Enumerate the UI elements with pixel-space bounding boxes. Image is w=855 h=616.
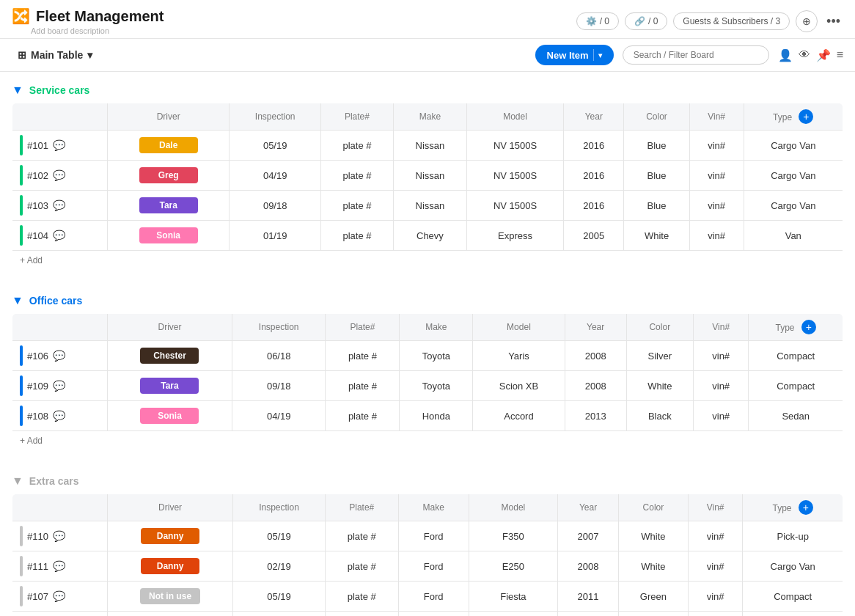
office-cars-toggle[interactable]: ▼: [12, 294, 23, 307]
table-row: #111 💬 Danny 02/19 plate # Ford E250 200…: [12, 551, 843, 582]
comment-icon[interactable]: 💬: [53, 350, 65, 362]
table-row: #102 💬 Greg 04/19 plate # Nissan NV 1500…: [12, 161, 843, 191]
main-table-button[interactable]: ⊞ Main Table ▾: [12, 46, 98, 64]
col-year-service: Year: [564, 103, 624, 131]
year-cell: 2013: [565, 401, 626, 431]
color-bar: [20, 195, 23, 216]
color-bar: [20, 586, 23, 606]
driver-cell[interactable]: Not in use: [108, 612, 233, 617]
type-cell: Compact: [749, 341, 843, 371]
driver-cell[interactable]: Tara: [108, 371, 232, 401]
driver-cell[interactable]: Not in use: [108, 582, 233, 612]
make-cell: Ford: [398, 612, 469, 617]
person-icon[interactable]: 👤: [778, 48, 793, 62]
driver-cell[interactable]: Dale: [108, 131, 230, 161]
comment-icon[interactable]: 💬: [53, 530, 65, 542]
make-cell: Honda: [400, 401, 473, 431]
color-bar: [20, 526, 23, 546]
model-cell: NV 1500S: [466, 161, 563, 191]
comment-icon[interactable]: 💬: [53, 590, 65, 602]
invite-button[interactable]: ⊕: [796, 10, 818, 32]
comment-icon[interactable]: 💬: [53, 139, 65, 151]
new-item-button[interactable]: New Item ▾: [535, 45, 614, 65]
comment-icon[interactable]: 💬: [53, 199, 65, 211]
integrations-button[interactable]: 🔗 / 0: [625, 12, 667, 30]
model-cell: Accord: [473, 401, 565, 431]
guests-button[interactable]: Guests & Subscribers / 3: [673, 12, 790, 30]
pin-icon[interactable]: 📌: [816, 48, 831, 62]
comment-icon[interactable]: 💬: [53, 169, 65, 181]
extra-cars-header-row: Driver Inspection Plate# Make Model Year…: [12, 494, 843, 521]
eye-icon[interactable]: 👁: [799, 48, 810, 62]
plate-cell: plate #: [325, 612, 398, 617]
app-title: 🔀 Fleet Management: [12, 7, 576, 25]
row-id-cell: #112 💬: [12, 612, 108, 617]
type-cell: Cargo Van: [743, 551, 843, 582]
add-col-office[interactable]: +: [801, 320, 816, 334]
inspection-cell: 12/17: [233, 612, 326, 617]
inspection-cell: 04/19: [232, 401, 325, 431]
col-type-extra: Type +: [743, 494, 843, 521]
inspection-cell: 05/19: [230, 131, 321, 161]
search-input[interactable]: [623, 45, 769, 65]
col-year-office: Year: [565, 314, 626, 341]
comment-icon[interactable]: 💬: [53, 380, 65, 392]
driver-cell[interactable]: Chester: [108, 341, 232, 371]
model-cell: Fiesta: [469, 582, 557, 612]
row-id-cell: #102 💬: [12, 161, 108, 191]
service-cars-title[interactable]: Service cars: [29, 84, 90, 96]
driver-cell[interactable]: Greg: [108, 161, 230, 191]
toolbar-icon-group: 👤 👁 📌 ≡: [778, 48, 843, 62]
color-bar: [20, 135, 23, 155]
add-col-service[interactable]: +: [799, 109, 813, 124]
make-cell: Ford: [398, 582, 469, 612]
vin-cell: vin#: [689, 131, 744, 161]
driver-cell[interactable]: Sonia: [108, 401, 232, 431]
add-item-cell[interactable]: + Add: [12, 251, 843, 271]
col-type-office: Type +: [749, 314, 843, 341]
group-office-cars: ▼ Office cars Driver Inspection Plate# M…: [12, 294, 843, 451]
driver-cell[interactable]: Sonia: [108, 221, 230, 251]
model-cell: E250 SD: [469, 612, 557, 617]
driver-badge: Danny: [141, 528, 199, 544]
app-header: 🔀 Fleet Management Add board description…: [0, 0, 855, 39]
office-cars-title[interactable]: Office cars: [29, 295, 82, 307]
filter-icon[interactable]: ≡: [837, 48, 843, 62]
year-cell: 2008: [558, 551, 619, 582]
extra-cars-title[interactable]: Extra cars: [29, 475, 79, 487]
table-row: #112 💬 Not in use 12/17 plate # Ford E25…: [12, 612, 843, 617]
comment-icon[interactable]: 💬: [53, 410, 65, 422]
inspection-cell: 09/18: [230, 191, 321, 221]
type-cell: Cargo Van: [744, 161, 843, 191]
service-cars-toggle[interactable]: ▼: [12, 84, 23, 97]
make-cell: Chevy: [393, 221, 466, 251]
driver-cell[interactable]: Danny: [108, 521, 233, 551]
comment-icon[interactable]: 💬: [53, 230, 65, 241]
col-plate-extra: Plate#: [325, 494, 398, 521]
col-year-extra: Year: [558, 494, 619, 521]
group-service-cars-header: ▼ Service cars: [12, 84, 843, 97]
col-inspection-extra: Inspection: [233, 494, 326, 521]
row-id-cell: #111 💬: [12, 551, 108, 582]
more-menu-button[interactable]: •••: [823, 14, 843, 29]
table-row: #103 💬 Tara 09/18 plate # Nissan NV 1500…: [12, 191, 843, 221]
add-item-cell[interactable]: + Add: [12, 431, 843, 451]
extra-cars-toggle[interactable]: ▼: [12, 474, 23, 488]
col-plate-office: Plate#: [326, 314, 400, 341]
plate-cell: plate #: [321, 131, 394, 161]
driver-cell[interactable]: Tara: [108, 191, 230, 221]
year-cell: 2008: [565, 341, 626, 371]
table-row: #101 💬 Dale 05/19 plate # Nissan NV 1500…: [12, 131, 843, 161]
model-cell: F350: [469, 521, 557, 551]
add-row-office: + Add: [12, 431, 843, 451]
color-cell: White: [618, 551, 688, 582]
driver-badge: Tara: [139, 197, 198, 213]
automations-button[interactable]: ⚙️ / 0: [576, 12, 619, 30]
color-bar: [20, 165, 23, 186]
driver-badge: Chester: [140, 348, 199, 364]
color-cell: Blue: [624, 191, 689, 221]
comment-icon[interactable]: 💬: [53, 560, 65, 572]
driver-cell[interactable]: Danny: [108, 551, 233, 582]
col-inspection-service: Inspection: [230, 103, 321, 131]
add-col-extra[interactable]: +: [799, 500, 813, 515]
